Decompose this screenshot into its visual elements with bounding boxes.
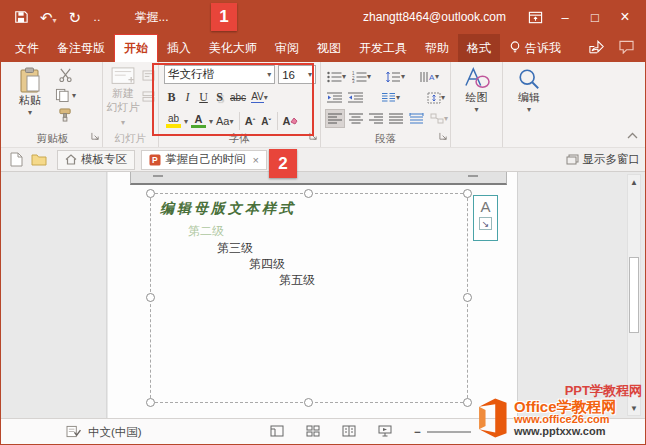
paste-button[interactable]: 粘贴 ▾ xyxy=(8,62,52,132)
new-document-icon[interactable] xyxy=(10,152,23,167)
italic-button[interactable]: I xyxy=(180,87,195,107)
zoom-out-icon[interactable]: − xyxy=(414,426,421,438)
master-text-style-line3[interactable]: 第三级 xyxy=(217,240,253,257)
collapse-ribbon-icon[interactable] xyxy=(627,125,638,143)
zoom-slider[interactable] xyxy=(427,431,471,433)
distribute-text-icon[interactable] xyxy=(407,109,426,128)
master-text-style-line2[interactable]: 第二级 xyxy=(188,223,224,240)
decrease-indent-icon[interactable] xyxy=(325,88,344,107)
font-name-combo[interactable]: 华文行楷 ▾ xyxy=(164,65,275,84)
scroll-down-icon[interactable]: ▼ xyxy=(628,401,640,415)
master-text-style-line1[interactable]: 编辑母版文本样式 xyxy=(160,200,296,218)
tab-review[interactable]: 审阅 xyxy=(266,34,308,62)
autofit-options-button[interactable]: A ↘ xyxy=(473,195,498,241)
clipboard-dialog-launcher-icon[interactable] xyxy=(91,127,100,145)
font-size-dropdown-icon[interactable]: ▾ xyxy=(308,70,312,79)
align-right-icon[interactable] xyxy=(367,109,385,128)
undo-icon[interactable]: ↶▾ xyxy=(40,10,57,25)
draw-button[interactable]: 绘图 ▾ xyxy=(455,62,499,132)
spell-check-icon[interactable] xyxy=(66,425,81,440)
tab-active-document[interactable]: P 掌握自己的时间 × xyxy=(141,150,267,170)
align-left-icon[interactable] xyxy=(325,109,345,128)
change-case-button[interactable]: Aa▾ xyxy=(214,111,235,131)
reading-view-icon[interactable] xyxy=(342,425,356,439)
slide-sorter-view-icon[interactable] xyxy=(306,425,320,439)
increase-font-size-button[interactable]: Aˆ xyxy=(243,111,258,131)
font-name-dropdown-icon[interactable]: ▾ xyxy=(267,70,271,79)
line-spacing-icon[interactable]: ▾ xyxy=(383,67,407,86)
slide-canvas[interactable]: 编辑母版文本样式 第二级 第三级 第四级 第五级 A ↘ xyxy=(108,172,518,418)
normal-view-icon[interactable] xyxy=(270,425,284,439)
strikethrough-button[interactable]: abc xyxy=(228,87,248,107)
maximize-button[interactable]: □ xyxy=(580,2,610,32)
vertical-scrollbar[interactable]: ▲ ▼ xyxy=(627,174,641,416)
close-tab-icon[interactable]: × xyxy=(253,154,259,166)
resize-handle-middle-right[interactable] xyxy=(463,293,472,302)
resize-handle-top-left[interactable] xyxy=(146,189,155,198)
content-placeholder[interactable]: 编辑母版文本样式 第二级 第三级 第四级 第五级 xyxy=(150,193,468,403)
columns-icon[interactable]: ▾ xyxy=(379,88,402,107)
redo-icon[interactable]: ↻ xyxy=(69,10,82,25)
justify-icon[interactable] xyxy=(387,109,405,128)
resize-handle-top-center[interactable] xyxy=(304,189,313,198)
tab-view[interactable]: 视图 xyxy=(308,34,350,62)
slide-layout-icon[interactable] xyxy=(142,70,155,81)
language-indicator[interactable]: 中文(中国) xyxy=(88,425,142,440)
close-button[interactable]: × xyxy=(610,2,640,32)
ribbon-display-options-icon[interactable] xyxy=(520,2,550,32)
share-icon[interactable] xyxy=(589,40,605,57)
tab-tell-me[interactable]: 告诉我 xyxy=(500,34,570,62)
resize-handle-bottom-right[interactable] xyxy=(463,398,472,407)
zoom-control[interactable]: − xyxy=(414,426,471,438)
tab-file[interactable]: 文件 xyxy=(6,34,48,62)
smartart-convert-icon[interactable]: ▾ xyxy=(428,109,450,128)
decrease-font-size-button[interactable]: Aˇ xyxy=(259,111,274,131)
tab-format[interactable]: 格式 xyxy=(458,34,500,62)
slide-thumbnail-panel[interactable] xyxy=(1,172,107,418)
scroll-up-icon[interactable]: ▲ xyxy=(628,175,640,189)
character-spacing-button[interactable]: AV▾ xyxy=(249,87,270,107)
bullets-icon[interactable]: ▾ xyxy=(325,67,348,86)
edit-button[interactable]: 编辑 ▾ xyxy=(507,62,551,132)
align-center-icon[interactable] xyxy=(347,109,365,128)
slideshow-view-icon[interactable] xyxy=(378,425,392,439)
font-color-dropdown-icon[interactable]: ▾ xyxy=(209,117,213,126)
master-text-style-line5[interactable]: 第五级 xyxy=(279,272,315,289)
increase-indent-icon[interactable] xyxy=(346,88,365,107)
highlight-color-button[interactable]: ab xyxy=(164,111,183,131)
numbering-icon[interactable]: 123▾ xyxy=(350,67,373,86)
align-text-vertical-icon[interactable]: ▾ xyxy=(425,88,447,107)
text-direction-icon[interactable]: A▾ xyxy=(417,67,441,86)
comments-icon[interactable] xyxy=(619,40,634,57)
font-dialog-launcher-icon[interactable] xyxy=(309,127,318,145)
text-shadow-button[interactable]: S xyxy=(212,87,227,107)
minimize-button[interactable]: – xyxy=(550,2,580,32)
underline-button[interactable]: U xyxy=(196,87,211,107)
qat-overflow-icon[interactable]: ‥ xyxy=(93,12,100,23)
tab-template-zone[interactable]: 模板专区 xyxy=(57,150,135,170)
title-placeholder-clipped[interactable] xyxy=(130,172,507,185)
tab-notes-master[interactable]: 备注母版 xyxy=(48,34,114,62)
copy-icon[interactable]: ▾ xyxy=(55,88,76,102)
resize-handle-top-right[interactable] xyxy=(463,189,472,198)
font-color-button[interactable]: A xyxy=(189,111,208,131)
tab-help[interactable]: 帮助 xyxy=(416,34,458,62)
highlight-dropdown-icon[interactable]: ▾ xyxy=(184,117,188,126)
tab-beautify[interactable]: 美化大师 xyxy=(200,34,266,62)
master-text-style-line4[interactable]: 第四级 xyxy=(249,256,285,273)
cut-icon[interactable] xyxy=(55,68,76,82)
font-size-combo[interactable]: 16 ▾ xyxy=(278,65,316,84)
tab-home[interactable]: 开始 xyxy=(114,34,158,62)
tab-insert[interactable]: 插入 xyxy=(158,34,200,62)
resize-handle-bottom-center[interactable] xyxy=(304,398,313,407)
slide-section-icon[interactable] xyxy=(142,91,155,102)
format-painter-icon[interactable] xyxy=(55,108,76,122)
bold-button[interactable]: B xyxy=(164,87,179,107)
resize-handle-bottom-left[interactable] xyxy=(146,398,155,407)
show-multiple-windows-button[interactable]: 显示多窗口 xyxy=(566,152,641,167)
paragraph-dialog-launcher-icon[interactable] xyxy=(439,127,448,145)
tab-developer[interactable]: 开发工具 xyxy=(350,34,416,62)
save-icon[interactable] xyxy=(14,10,28,24)
resize-handle-middle-left[interactable] xyxy=(146,293,155,302)
new-slide-button[interactable]: 新建 幻灯片 ▾ xyxy=(104,62,142,132)
